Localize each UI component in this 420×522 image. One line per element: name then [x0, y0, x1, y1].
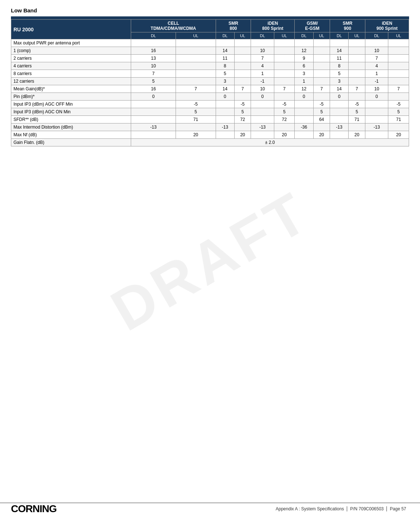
- param-cell-11: Max Intermod Distortion (dBm): [11, 123, 131, 131]
- cell-r8-c8: [330, 101, 349, 108]
- cell-r7-c4: 0: [251, 93, 274, 101]
- cell-r3-c2: 8: [216, 62, 234, 70]
- cell-r6-c7: 7: [313, 85, 330, 93]
- cell-r11-c7: [313, 123, 330, 131]
- cell-r10-c1: 71: [176, 116, 216, 123]
- table-row: SFDR** (dB)717272647171: [11, 116, 409, 123]
- cell-r3-c7: [313, 62, 330, 70]
- cell-r8-c2: [216, 101, 234, 108]
- cell-r9-c1: 5: [176, 108, 216, 116]
- cell-r10-c3: 72: [234, 116, 251, 123]
- cell-r0-c3: [234, 39, 251, 47]
- table-row: Pin (dBm)*000000: [11, 93, 409, 101]
- cell-r7-c5: [274, 93, 295, 101]
- cell-r11-c9: [349, 123, 365, 131]
- cell-r12-c7: 20: [313, 131, 330, 139]
- table-section-header: [11, 16, 409, 19]
- cell-r9-c5: 5: [274, 108, 295, 116]
- table-row: 4 carriers1084684: [11, 62, 409, 70]
- cell-r7-c7: [313, 93, 330, 101]
- cell-r4-c2: 5: [216, 70, 234, 78]
- footer-appendix: Appendix A : System Specifications: [273, 506, 347, 511]
- draft-watermark: DRAFT: [100, 178, 320, 344]
- sub-header-8: DL: [330, 32, 349, 39]
- rf-parameters-table: RU 2000 CELLTDMA/CDMA/WCDMASMR800iDEN800…: [11, 19, 409, 146]
- cell-r12-c8: [330, 131, 349, 139]
- cell-r12-c4: [251, 131, 274, 139]
- cell-r12-c0: [131, 131, 176, 139]
- param-cell-12: Max Nf (dB): [11, 131, 131, 139]
- cell-r5-c8: 3: [330, 78, 349, 85]
- col-group-header-5: iDEN900 Sprint: [365, 20, 409, 32]
- cell-r3-c4: 4: [251, 62, 274, 70]
- cell-r10-c10: [365, 116, 388, 123]
- cell-r1-c9: [349, 47, 365, 55]
- cell-r2-c11: [388, 55, 409, 62]
- cell-r5-c11: [388, 78, 409, 85]
- cell-r9-c7: 5: [313, 108, 330, 116]
- cell-r8-c0: [131, 101, 176, 108]
- cell-r5-c4: -1: [251, 78, 274, 85]
- sub-header-2: DL: [216, 32, 234, 39]
- cell-r8-c6: [295, 101, 313, 108]
- sub-header-9: UL: [349, 32, 365, 39]
- cell-r5-c2: 3: [216, 78, 234, 85]
- cell-r5-c1: [176, 78, 216, 85]
- cell-r0-c6: [295, 39, 313, 47]
- cell-r11-c2: -13: [216, 123, 234, 131]
- col-group-header-0: CELLTDMA/CDMA/WCDMA: [131, 20, 216, 32]
- param-cell-4: 8 carriers: [11, 70, 131, 78]
- page-title: Low Band: [11, 7, 409, 13]
- param-cell-10: SFDR** (dB): [11, 116, 131, 123]
- cell-r10-c11: 71: [388, 116, 409, 123]
- cell-r2-c2: 11: [216, 55, 234, 62]
- cell-r2-c0: 13: [131, 55, 176, 62]
- param-cell-7: Pin (dBm)*: [11, 93, 131, 101]
- cell-r0-c9: [349, 39, 365, 47]
- cell-r12-c9: 20: [349, 131, 365, 139]
- cell-r6-c11: 7: [388, 85, 409, 93]
- cell-r0-c8: [330, 39, 349, 47]
- cell-r6-c9: 7: [349, 85, 365, 93]
- cell-r4-c5: [274, 70, 295, 78]
- cell-r11-c4: -13: [251, 123, 274, 131]
- cell-r7-c0: 0: [131, 93, 176, 101]
- cell-r3-c6: 6: [295, 62, 313, 70]
- cell-r6-c8: 14: [330, 85, 349, 93]
- cell-r7-c10: 0: [365, 93, 388, 101]
- cell-r7-c2: 0: [216, 93, 234, 101]
- cell-r5-c10: -1: [365, 78, 388, 85]
- cell-r11-c1: [176, 123, 216, 131]
- cell-r11-c3: [234, 123, 251, 131]
- cell-r2-c1: [176, 55, 216, 62]
- cell-r10-c4: [251, 116, 274, 123]
- cell-r3-c9: [349, 62, 365, 70]
- cell-r4-c0: 7: [131, 70, 176, 78]
- cell-r4-c1: [176, 70, 216, 78]
- cell-r2-c7: [313, 55, 330, 62]
- cell-r10-c8: [330, 116, 349, 123]
- cell-r12-c6: [295, 131, 313, 139]
- cell-r0-c10: [365, 39, 388, 47]
- cell-r12-c5: 20: [274, 131, 295, 139]
- cell-r0-c5: [274, 39, 295, 47]
- cell-r5-c3: [234, 78, 251, 85]
- cell-r6-c0: 16: [131, 85, 176, 93]
- cell-r9-c2: [216, 108, 234, 116]
- cell-r12-c11: 20: [388, 131, 409, 139]
- cell-r8-c9: -5: [349, 101, 365, 108]
- cell-r2-c10: 7: [365, 55, 388, 62]
- cell-r3-c8: 8: [330, 62, 349, 70]
- cell-r9-c4: [251, 108, 274, 116]
- col-group-header-3: GSM/E-GSM: [295, 20, 330, 32]
- cell-r3-c5: [274, 62, 295, 70]
- cell-r8-c3: -5: [234, 101, 251, 108]
- cell-r9-c3: 5: [234, 108, 251, 116]
- cell-r4-c9: [349, 70, 365, 78]
- cell-r9-c11: 5: [388, 108, 409, 116]
- cell-r8-c4: [251, 101, 274, 108]
- cell-r11-c0: -13: [131, 123, 176, 131]
- cell-r11-c10: -13: [365, 123, 388, 131]
- cell-r7-c3: [234, 93, 251, 101]
- cell-r12-c2: [216, 131, 234, 139]
